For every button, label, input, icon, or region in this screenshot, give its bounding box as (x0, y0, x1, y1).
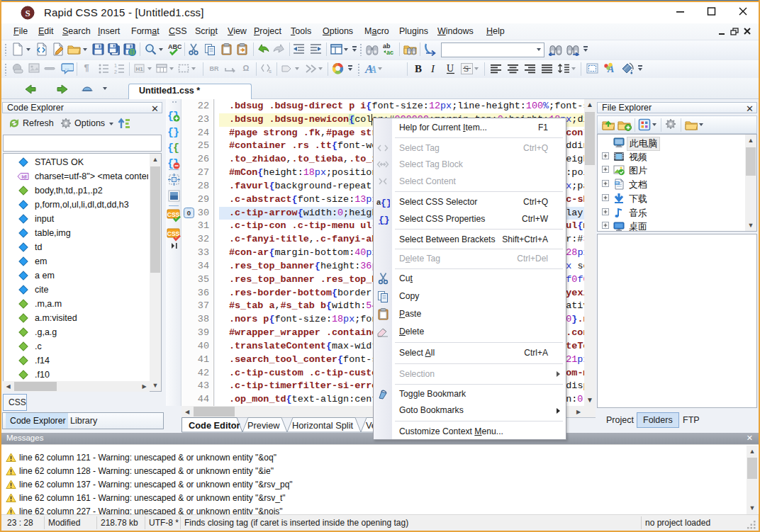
svg-text:S: S (25, 8, 30, 18)
svg-text:H1: H1 (135, 66, 143, 72)
svg-text:BR: BR (210, 65, 219, 72)
svg-text:Preview: Preview (247, 420, 280, 431)
svg-text:I: I (430, 63, 435, 74)
svg-text:ac: ac (386, 49, 393, 56)
svg-text:CSS: CSS (167, 230, 180, 237)
svg-text:}: } (173, 127, 179, 139)
svg-text:CSS: CSS (167, 211, 180, 218)
svg-text:¶: ¶ (84, 62, 89, 73)
svg-text:Horizontal Split: Horizontal Split (292, 420, 354, 431)
svg-text:s: s (269, 68, 272, 74)
svg-text:A: A (369, 64, 376, 75)
svg-text:2: 2 (114, 69, 117, 74)
svg-text:B: B (415, 63, 422, 74)
svg-text:U: U (447, 63, 454, 74)
svg-text:id: id (21, 174, 26, 180)
svg-text:0: 0 (187, 209, 191, 217)
svg-text:Ω: Ω (243, 64, 250, 72)
svg-text:Code Editor: Code Editor (189, 420, 240, 431)
svg-text:...: ... (65, 64, 69, 71)
svg-text:{: { (173, 142, 179, 154)
svg-text:ABC: ABC (168, 43, 181, 50)
svg-text:1: 1 (114, 63, 117, 68)
svg-text:{}: {} (381, 198, 390, 208)
